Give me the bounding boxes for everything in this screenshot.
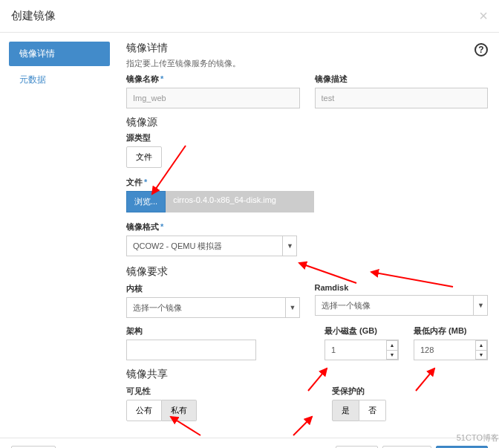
visibility-toggle: 公有 私有 <box>126 400 197 421</box>
label-protected: 受保护的 <box>332 386 488 397</box>
sidebar-item-label: 镜像详情 <box>19 48 55 59</box>
label-visibility: 可见性 <box>126 386 256 397</box>
label-ramdisk: Ramdisk <box>315 283 489 292</box>
section-title-requirements: 镜像要求 <box>126 265 488 279</box>
file-name-display: cirros-0.4.0-x86_64-disk.img <box>166 191 314 212</box>
sidebar: 镜像详情 元数据 <box>0 42 119 429</box>
ramdisk-select[interactable]: 选择一个镜像 <box>315 295 489 316</box>
label-arch: 架构 <box>126 325 256 337</box>
chevron-down-icon[interactable]: ▼ <box>475 350 487 360</box>
image-name-input[interactable] <box>126 88 300 108</box>
sidebar-item-label: 元数据 <box>19 74 46 85</box>
label-source-type: 源类型 <box>126 132 488 143</box>
label-file: 文件 <box>126 177 488 188</box>
modal-footer: ✖ 取消 ‹ Back 下一项 › 创建镜像 51CTO博客 <box>0 438 499 448</box>
image-desc-input[interactable] <box>315 88 489 108</box>
modal-header: 创建镜像 × <box>0 0 499 33</box>
protected-no-button[interactable]: 否 <box>359 400 386 421</box>
label-image-name: 镜像名称 <box>126 74 300 85</box>
kernel-select[interactable]: 选择一个镜像 <box>126 297 300 318</box>
modal-body: 镜像详情 元数据 ? 镜像详情 指定要上传至镜像服务的镜像。 镜像名称 镜像描述 <box>0 33 499 438</box>
help-icon[interactable]: ? <box>474 43 488 56</box>
source-type-button[interactable]: 文件 <box>126 146 162 168</box>
close-icon[interactable]: × <box>479 7 488 25</box>
section-subtitle: 指定要上传至镜像服务的镜像。 <box>126 58 488 69</box>
main-panel: ? 镜像详情 指定要上传至镜像服务的镜像。 镜像名称 镜像描述 镜像源 源类型 … <box>119 42 499 429</box>
section-title-sharing: 镜像共享 <box>126 368 488 381</box>
min-disk-stepper[interactable]: ▲▼ <box>386 340 398 360</box>
protected-toggle: 是 否 <box>332 400 386 421</box>
format-select[interactable]: QCOW2 - QEMU 模拟器 <box>126 236 297 256</box>
min-ram-stepper[interactable]: ▲▼ <box>475 340 487 360</box>
section-title-source: 镜像源 <box>126 116 488 129</box>
label-min-disk: 最小磁盘 (GB) <box>324 325 399 337</box>
section-title-details: 镜像详情 <box>126 42 488 55</box>
protected-yes-button[interactable]: 是 <box>332 400 359 421</box>
chevron-down-icon[interactable]: ▼ <box>386 350 398 360</box>
label-image-desc: 镜像描述 <box>315 74 489 85</box>
label-kernel: 内核 <box>126 283 300 294</box>
visibility-private-button[interactable]: 私有 <box>162 400 197 421</box>
chevron-up-icon[interactable]: ▲ <box>386 340 398 350</box>
label-format: 镜像格式 <box>126 221 488 233</box>
sidebar-item-metadata[interactable]: 元数据 <box>9 68 110 92</box>
label-min-ram: 最低内存 (MB) <box>414 325 488 337</box>
visibility-public-button[interactable]: 公有 <box>126 400 162 421</box>
sidebar-item-details[interactable]: 镜像详情 <box>9 42 110 66</box>
create-image-modal: 创建镜像 × 镜像详情 元数据 ? 镜像详情 指定要上传至镜像服务的镜像。 镜像… <box>0 0 499 448</box>
chevron-up-icon[interactable]: ▲ <box>475 340 487 350</box>
modal-title: 创建镜像 <box>11 9 488 23</box>
browse-button[interactable]: 浏览... <box>126 191 166 212</box>
arch-input[interactable] <box>126 340 256 360</box>
